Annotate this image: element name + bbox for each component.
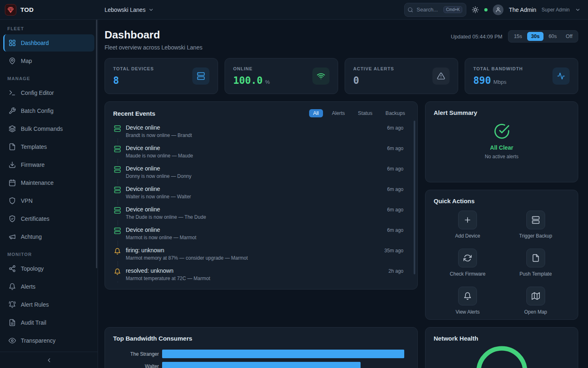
sidebar-item-config-editor[interactable]: Config Editor xyxy=(3,84,94,101)
terminal-icon xyxy=(9,89,16,96)
event-row[interactable]: Device online The Dude is now online — T… xyxy=(113,204,409,224)
org-selector[interactable]: Lebowski Lanes xyxy=(105,7,154,13)
wifi-icon xyxy=(312,67,330,85)
page-subtitle: Fleet overview across Lebowski Lanes xyxy=(105,44,203,51)
theme-toggle-button[interactable] xyxy=(472,6,479,13)
event-title: Device online xyxy=(126,145,382,151)
events-scrollbar[interactable] xyxy=(414,121,415,274)
wrench-icon xyxy=(9,107,16,114)
quick-action-view-alerts[interactable]: View Alerts xyxy=(456,287,480,315)
bandwidth-bar-label: The Stranger xyxy=(113,351,159,357)
sidebar-collapse-button[interactable] xyxy=(0,352,98,368)
sidebar-section-manage: MANAGE xyxy=(7,76,90,81)
sidebar-item-alerts[interactable]: Alerts xyxy=(3,278,94,295)
server-icon xyxy=(526,211,545,229)
sidebar-item-label: Maintenance xyxy=(21,180,53,186)
sidebar-item-transparency[interactable]: Transparency xyxy=(3,332,94,349)
event-row[interactable]: Device online Walter is now online — Wal… xyxy=(113,184,409,204)
event-row[interactable]: Device online Marmot is now online — Mar… xyxy=(113,224,409,245)
alert-summary-card: Alert Summary All Clear No active alerts xyxy=(425,101,578,182)
server-icon xyxy=(114,207,121,220)
event-time: 2h ago xyxy=(388,268,403,281)
chevron-down-icon xyxy=(148,7,154,13)
event-row[interactable]: Device online Donny is now online — Donn… xyxy=(113,163,409,184)
sidebar-item-label: Alerts xyxy=(21,283,36,290)
grid-icon xyxy=(9,39,16,47)
sidebar-item-alert-rules[interactable]: Alert Rules xyxy=(3,296,94,313)
stat-unit: % xyxy=(265,79,270,85)
server-icon xyxy=(114,227,121,240)
stat-label: TOTAL BANDWIDTH xyxy=(473,66,523,71)
sidebar-item-firmware[interactable]: Firmware xyxy=(3,156,94,173)
refresh-icon xyxy=(458,249,477,267)
sidebar-item-label: Transparency xyxy=(21,337,56,344)
shield-icon xyxy=(9,197,16,204)
sidebar-scrollbar[interactable] xyxy=(96,20,97,268)
sidebar-item-label: Audit Trail xyxy=(21,319,46,326)
calendar-icon xyxy=(9,179,16,186)
event-filter-status[interactable]: Status xyxy=(354,109,376,117)
event-row[interactable]: resolved: unknown Marmot temperature at … xyxy=(113,265,409,283)
quick-actions-card: Quick Actions Add Device Trigger Backup … xyxy=(425,190,578,320)
sidebar-item-audit-trail[interactable]: Audit Trail xyxy=(3,314,94,331)
sidebar-item-templates[interactable]: Templates xyxy=(3,138,94,155)
event-detail: The Dude is now online — The Dude xyxy=(126,214,382,220)
event-filter-backups[interactable]: Backups xyxy=(381,109,409,117)
sidebar-item-achtung[interactable]: Achtung xyxy=(3,228,94,245)
event-title: Device online xyxy=(126,186,382,192)
search-input-wrap[interactable]: Cmd+K xyxy=(404,3,466,17)
refresh-option-off[interactable]: Off xyxy=(562,32,577,41)
user-icon xyxy=(495,7,501,13)
sidebar-item-certificates[interactable]: Certificates xyxy=(3,210,94,227)
event-row[interactable]: firing: unknown Marmot memory at 87% — c… xyxy=(113,245,409,265)
event-filter-alerts[interactable]: Alerts xyxy=(328,109,349,117)
event-title: Device online xyxy=(126,124,382,131)
sidebar-nav: FLEET Dashboard Map MANAGE Config Editor… xyxy=(0,20,98,352)
sidebar-item-batch-config[interactable]: Batch Config xyxy=(3,102,94,119)
refresh-option-60s[interactable]: 60s xyxy=(544,32,561,41)
refresh-option-30s[interactable]: 30s xyxy=(527,32,544,41)
event-list: Device online Brandt is now online — Bra… xyxy=(113,122,409,283)
stat-value: 0 xyxy=(353,75,359,86)
sidebar-item-bulk-commands[interactable]: Bulk Commands xyxy=(3,120,94,137)
refresh-interval-control: 15s 30s 60s Off xyxy=(508,30,578,43)
stat-value: 100.0 xyxy=(233,75,263,86)
quick-action-open-map[interactable]: Open Map xyxy=(524,287,547,315)
sidebar-item-label: Config Editor xyxy=(21,90,54,96)
sun-icon xyxy=(472,6,479,13)
page-title: Dashboard xyxy=(105,29,203,41)
right-column: Alert Summary All Clear No active alerts… xyxy=(425,101,578,320)
sidebar-item-map[interactable]: Map xyxy=(3,52,94,70)
quick-action-add-device[interactable]: Add Device xyxy=(455,211,480,239)
alert-summary-message: No active alerts xyxy=(485,154,519,159)
server-icon xyxy=(114,166,121,179)
stat-card-total-bandwidth: TOTAL BANDWIDTH 890 Mbps xyxy=(465,58,578,94)
quick-action-trigger-backup[interactable]: Trigger Backup xyxy=(519,211,552,239)
bandwidth-bar-row: The Stranger xyxy=(113,350,409,358)
user-menu-chevron-icon[interactable] xyxy=(575,7,581,13)
sidebar-item-dashboard[interactable]: Dashboard xyxy=(3,34,94,52)
quick-action-check-firmware[interactable]: Check Firmware xyxy=(450,249,486,277)
check-circle-icon xyxy=(494,123,510,139)
server-icon xyxy=(114,125,121,138)
logo-gem-icon xyxy=(5,4,16,16)
topbar-right: Cmd+K The Admin Super Admin xyxy=(404,3,588,17)
quick-action-push-template[interactable]: Push Template xyxy=(519,249,552,277)
network-health-gauge xyxy=(434,344,570,368)
event-row[interactable]: Device online Maude is now online — Maud… xyxy=(113,143,409,163)
sidebar-item-topology[interactable]: Topology xyxy=(3,260,94,277)
sidebar-item-label: Achtung xyxy=(21,233,42,240)
refresh-option-15s[interactable]: 15s xyxy=(510,32,526,41)
page-header: Dashboard Fleet overview across Lebowski… xyxy=(105,29,578,51)
event-filter-all[interactable]: All xyxy=(309,109,323,117)
sidebar-item-vpn[interactable]: VPN xyxy=(3,192,94,209)
topbar: TOD Lebowski Lanes Cmd+K The Admin Super… xyxy=(0,0,588,20)
stat-unit: Mbps xyxy=(493,79,506,85)
search-input[interactable] xyxy=(416,6,441,13)
event-title: firing: unknown xyxy=(126,247,379,254)
updated-timestamp: Updated 05:44:09 PM xyxy=(451,34,502,40)
event-detail: Walter is now online — Walter xyxy=(126,194,382,200)
sidebar-item-maintenance[interactable]: Maintenance xyxy=(3,174,94,191)
event-row[interactable]: Device online Brandt is now online — Bra… xyxy=(113,122,409,143)
avatar[interactable] xyxy=(493,4,503,15)
